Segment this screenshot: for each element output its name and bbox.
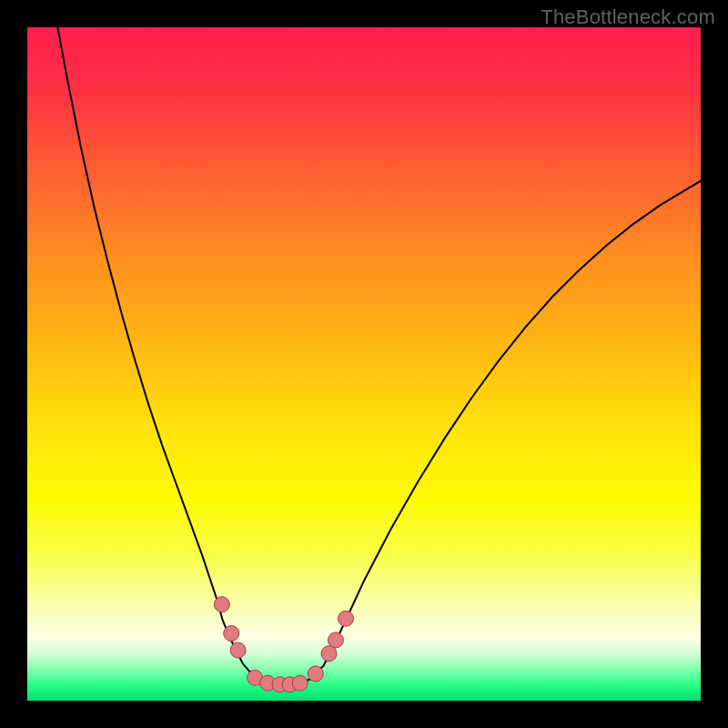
chart-svg — [27, 27, 701, 701]
gradient-background — [27, 27, 701, 701]
curve-marker — [230, 642, 246, 658]
curve-marker — [224, 626, 239, 642]
curve-marker — [292, 675, 308, 691]
curve-marker — [339, 611, 354, 626]
curve-marker — [328, 632, 343, 648]
watermark-text: TheBottleneck.com — [541, 5, 715, 29]
outer-frame: TheBottleneck.com — [0, 0, 728, 728]
curve-marker — [308, 666, 323, 682]
curve-marker — [214, 597, 229, 612]
plot-area — [27, 27, 701, 701]
